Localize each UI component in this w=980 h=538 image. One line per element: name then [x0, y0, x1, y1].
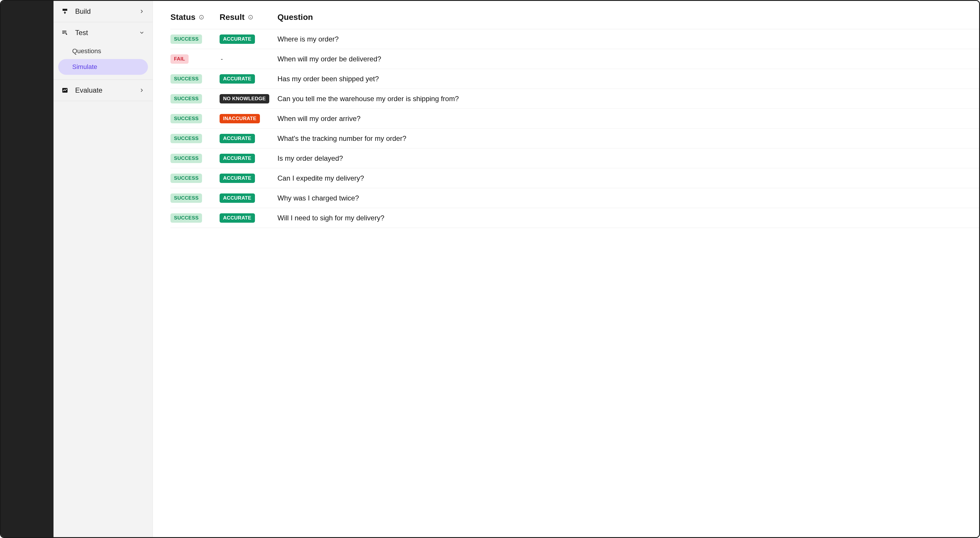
question-cell: Where is my order? — [277, 35, 979, 43]
status-badge: SUCCESS — [170, 213, 202, 223]
result-cell: - — [220, 55, 275, 63]
left-rail — [1, 1, 54, 537]
paintbrush-icon — [61, 8, 69, 15]
status-badge: SUCCESS — [170, 114, 202, 123]
nav-item-label: Test — [75, 29, 88, 37]
result-badge: ACCURATE — [220, 35, 255, 44]
result-badge: ACCURATE — [220, 74, 255, 84]
question-cell: Is my order delayed? — [277, 154, 979, 162]
result-cell: ACCURATE — [220, 194, 275, 203]
chevron-down-icon — [138, 30, 145, 36]
result-badge: ACCURATE — [220, 194, 255, 203]
result-cell: NO KNOWLEDGE — [220, 94, 275, 103]
sidebar: Build Test Questions Simulate — [54, 1, 153, 537]
status-cell: FAIL — [170, 54, 217, 64]
main-content: Status Result Question SUCCESSACCURATEWh… — [153, 1, 979, 537]
results-table: Status Result Question SUCCESSACCURATEWh… — [170, 13, 979, 228]
question-cell: Can I expedite my delivery? — [277, 174, 979, 183]
question-cell: Has my order been shipped yet? — [277, 75, 979, 83]
question-cell: Why was I charged twice? — [277, 194, 979, 202]
nav-item-label: Evaluate — [75, 86, 102, 94]
nav-sub-item-questions[interactable]: Questions — [58, 43, 148, 59]
result-empty: - — [220, 55, 223, 62]
result-cell: ACCURATE — [220, 174, 275, 183]
question-cell: Will I need to sigh for my delivery? — [277, 214, 979, 222]
edit-note-icon — [61, 29, 69, 37]
question-cell: What's the tracking number for my order? — [277, 135, 979, 143]
status-badge: SUCCESS — [170, 154, 202, 163]
info-icon[interactable] — [199, 14, 204, 20]
table-row[interactable]: SUCCESSACCURATEIs my order delayed? — [170, 148, 979, 168]
status-badge: SUCCESS — [170, 35, 202, 44]
status-cell: SUCCESS — [170, 35, 217, 44]
question-cell: When will my order arrive? — [277, 114, 979, 123]
status-cell: SUCCESS — [170, 114, 217, 123]
table-row[interactable]: SUCCESSACCURATEWhat's the tracking numbe… — [170, 129, 979, 148]
result-badge: NO KNOWLEDGE — [220, 94, 269, 103]
result-cell: ACCURATE — [220, 35, 275, 44]
table-row[interactable]: SUCCESSACCURATEWill I need to sigh for m… — [170, 208, 979, 228]
nav-item-evaluate[interactable]: Evaluate — [54, 80, 153, 101]
result-cell: ACCURATE — [220, 154, 275, 163]
table-row[interactable]: SUCCESSINACCURATEWhen will my order arri… — [170, 109, 979, 129]
table-row[interactable]: SUCCESSNO KNOWLEDGECan you tell me the w… — [170, 89, 979, 109]
status-cell: SUCCESS — [170, 174, 217, 183]
nav-sub-test: Questions Simulate — [54, 43, 153, 79]
chevron-right-icon — [138, 8, 145, 14]
nav-section-test: Test Questions Simulate — [54, 22, 153, 80]
table-row[interactable]: SUCCESSACCURATEHas my order been shipped… — [170, 69, 979, 89]
table-row[interactable]: SUCCESSACCURATEWhere is my order? — [170, 29, 979, 49]
status-cell: SUCCESS — [170, 213, 217, 223]
status-badge: SUCCESS — [170, 134, 202, 143]
table-row[interactable]: FAIL-When will my order be delivered? — [170, 49, 979, 69]
table-row[interactable]: SUCCESSACCURATECan I expedite my deliver… — [170, 168, 979, 188]
status-badge: SUCCESS — [170, 174, 202, 183]
result-badge: ACCURATE — [220, 134, 255, 143]
info-icon[interactable] — [248, 14, 253, 20]
result-badge: ACCURATE — [220, 174, 255, 183]
nav-item-label: Build — [75, 7, 91, 16]
svg-point-6 — [250, 16, 251, 17]
table-row[interactable]: SUCCESSACCURATEWhy was I charged twice? — [170, 188, 979, 208]
nav-sub-item-simulate[interactable]: Simulate — [58, 59, 148, 75]
status-badge: SUCCESS — [170, 94, 202, 103]
col-header-label: Status — [170, 13, 196, 22]
nav-section-build: Build — [54, 1, 153, 22]
app-frame: Build Test Questions Simulate — [0, 0, 980, 538]
status-cell: SUCCESS — [170, 74, 217, 84]
status-badge: SUCCESS — [170, 194, 202, 203]
result-badge: ACCURATE — [220, 213, 255, 223]
question-cell: Can you tell me the warehouse my order i… — [277, 95, 979, 103]
chart-line-icon — [61, 87, 69, 94]
result-cell: INACCURATE — [220, 114, 275, 123]
status-cell: SUCCESS — [170, 194, 217, 203]
chevron-right-icon — [138, 87, 145, 94]
table-header-row: Status Result Question — [170, 13, 979, 29]
result-cell: ACCURATE — [220, 134, 275, 143]
col-header-result: Result — [220, 13, 275, 22]
nav-item-build[interactable]: Build — [54, 1, 153, 22]
nav-section-evaluate: Evaluate — [54, 80, 153, 101]
status-cell: SUCCESS — [170, 94, 217, 103]
status-badge: FAIL — [170, 54, 189, 64]
col-header-label: Question — [277, 13, 313, 22]
result-badge: INACCURATE — [220, 114, 260, 123]
col-header-question: Question — [277, 13, 979, 22]
status-cell: SUCCESS — [170, 134, 217, 143]
col-header-status: Status — [170, 13, 217, 22]
result-cell: ACCURATE — [220, 213, 275, 223]
result-cell: ACCURATE — [220, 74, 275, 84]
table-body: SUCCESSACCURATEWhere is my order?FAIL-Wh… — [170, 29, 979, 228]
col-header-label: Result — [220, 13, 245, 22]
status-cell: SUCCESS — [170, 154, 217, 163]
nav-item-test[interactable]: Test — [54, 22, 153, 43]
question-cell: When will my order be delivered? — [277, 55, 979, 63]
status-badge: SUCCESS — [170, 74, 202, 84]
result-badge: ACCURATE — [220, 154, 255, 163]
